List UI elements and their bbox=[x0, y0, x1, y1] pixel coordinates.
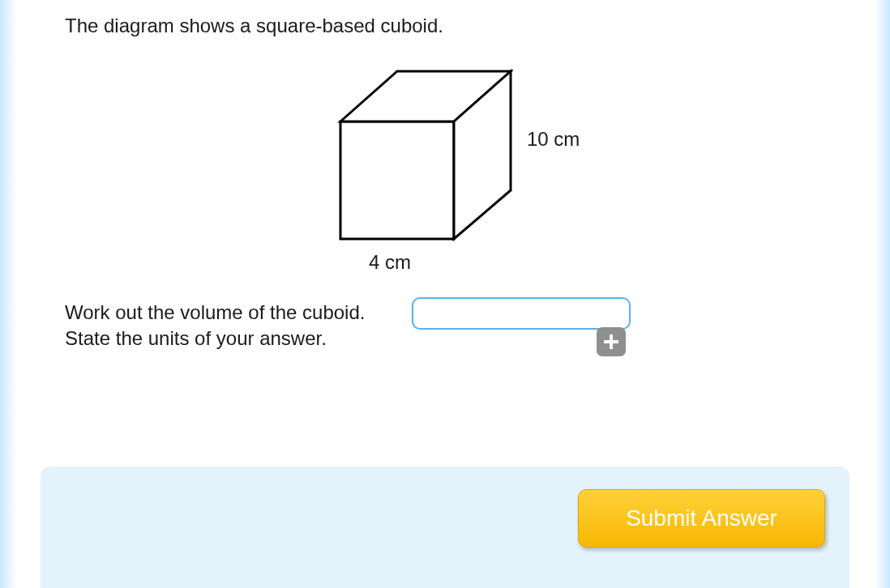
task-line-1: Work out the volume of the cuboid. bbox=[65, 300, 365, 326]
question-panel: The diagram shows a square-based cuboid.… bbox=[0, 0, 890, 588]
plus-icon bbox=[602, 333, 620, 351]
submit-answer-button[interactable]: Submit Answer bbox=[578, 489, 825, 548]
answer-input[interactable] bbox=[412, 297, 631, 330]
diagram-width-label: 4 cm bbox=[369, 251, 411, 274]
submit-label: Submit Answer bbox=[626, 505, 777, 531]
svg-marker-0 bbox=[340, 121, 454, 239]
question-task-text: Work out the volume of the cuboid. State… bbox=[65, 300, 365, 352]
svg-rect-4 bbox=[604, 340, 618, 343]
cuboid-diagram bbox=[308, 57, 584, 267]
task-line-2: State the units of your answer. bbox=[65, 326, 365, 352]
add-answer-box-button[interactable] bbox=[597, 327, 626, 356]
question-intro-text: The diagram shows a square-based cuboid. bbox=[65, 15, 443, 37]
diagram-height-label: 10 cm bbox=[527, 128, 580, 151]
